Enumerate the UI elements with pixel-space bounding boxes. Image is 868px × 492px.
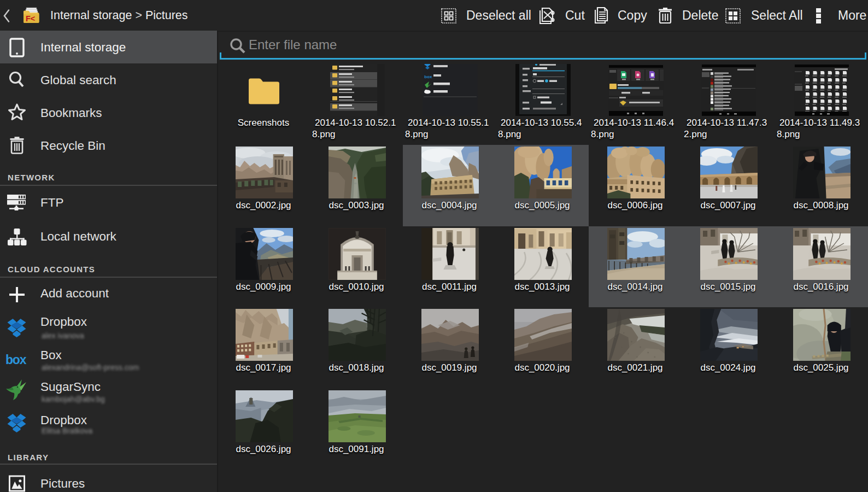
svg-text:box: box — [5, 353, 27, 367]
svg-text:F<: F< — [26, 14, 35, 23]
svg-text:box: box — [424, 74, 432, 79]
